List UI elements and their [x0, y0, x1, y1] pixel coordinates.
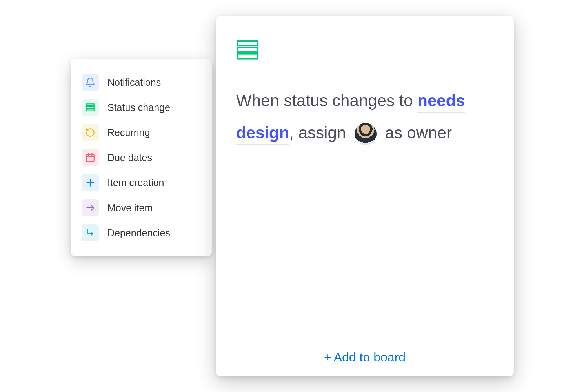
plus-icon: + — [324, 350, 331, 364]
recipe-text-suffix: as owner — [380, 123, 452, 142]
menu-item-label: Dependencies — [107, 227, 170, 239]
rows-icon — [82, 99, 99, 116]
calendar-icon — [82, 149, 99, 166]
menu-item-label: Item creation — [107, 177, 164, 189]
menu-item-item-creation[interactable]: Item creation — [78, 170, 204, 195]
svg-rect-0 — [86, 104, 94, 105]
menu-item-move-item[interactable]: Move item — [78, 195, 204, 220]
menu-item-due-dates[interactable]: Due dates — [78, 145, 204, 170]
svg-rect-12 — [237, 54, 258, 59]
svg-rect-11 — [237, 47, 258, 52]
menu-item-label: Move item — [107, 202, 153, 214]
recipe-text-mid: , assign — [289, 123, 350, 142]
recipe-text-prefix: When status changes to — [236, 91, 417, 110]
svg-rect-10 — [237, 41, 258, 45]
menu-item-status-change[interactable]: Status change — [78, 95, 204, 120]
plus-icon — [82, 174, 99, 191]
refresh-icon — [82, 124, 99, 141]
menu-item-label: Recurring — [107, 127, 150, 138]
bell-icon — [82, 74, 99, 91]
automation-menu-card: Notifications Status change Recurring — [71, 59, 212, 256]
recipe-footer: +Add to board — [216, 338, 514, 376]
add-button-label: Add to board — [334, 350, 406, 364]
rows-icon — [236, 40, 493, 61]
assignee-avatar[interactable] — [355, 123, 377, 145]
menu-item-recurring[interactable]: Recurring — [78, 120, 204, 145]
menu-item-dependencies[interactable]: Dependencies — [78, 220, 204, 245]
menu-item-notifications[interactable]: Notifications — [78, 70, 204, 95]
recipe-body: When status changes to needs design, ass… — [216, 16, 514, 338]
automation-recipe-card: When status changes to needs design, ass… — [216, 16, 514, 376]
svg-rect-3 — [86, 154, 94, 161]
menu-item-label: Due dates — [107, 152, 152, 163]
arrow-right-icon — [82, 199, 99, 216]
menu-item-label: Notifications — [107, 77, 161, 88]
menu-item-label: Status change — [107, 102, 170, 113]
svg-rect-1 — [86, 107, 94, 108]
svg-rect-2 — [86, 109, 94, 111]
dependency-icon — [82, 224, 99, 241]
add-to-board-button[interactable]: +Add to board — [324, 350, 406, 365]
recipe-sentence: When status changes to needs design, ass… — [236, 85, 493, 149]
